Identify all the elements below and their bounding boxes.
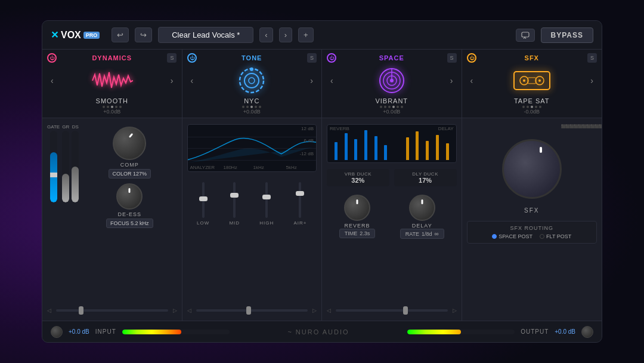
input-meter <box>122 330 230 334</box>
eq-faders: LOW MID HIGH <box>187 178 317 226</box>
air-fader[interactable]: AIR+ <box>293 182 306 226</box>
tone-power-button[interactable]: ⏻ <box>187 53 197 63</box>
nuro-logo: ~ NURO AUDIO <box>287 328 349 336</box>
low-fader[interactable]: LOW <box>197 182 209 226</box>
space-fader-right: ▷ <box>453 307 457 313</box>
dynamics-preset-db: +0.0dB <box>103 109 120 115</box>
output-trim-knob[interactable] <box>581 326 593 338</box>
tone-title: TONE <box>242 54 262 61</box>
comp-knob[interactable] <box>113 127 146 160</box>
delay-knob[interactable] <box>409 195 435 221</box>
de-ess-focus-badge: FOCUS 5.2 kHz <box>106 219 153 228</box>
time-label: TIME <box>345 230 358 236</box>
tone-preset-name: NYC <box>244 97 259 104</box>
routing-flt-post[interactable]: FLT POST <box>540 233 571 239</box>
comp-label: COMP <box>120 162 139 168</box>
sfx-knob-label: SFX <box>467 207 597 214</box>
gr-label: GR <box>62 124 69 130</box>
tone-dot-1 <box>242 106 244 108</box>
reverb-time-badge: TIME 2.3s <box>339 229 376 238</box>
output-db: +0.0 dB <box>555 328 575 335</box>
svg-rect-10 <box>514 72 550 90</box>
space-next-arrow[interactable]: › <box>447 75 457 87</box>
routing-space-post[interactable]: SPACE POST <box>492 233 532 239</box>
high-label: HIGH <box>259 220 274 226</box>
dynamics-power-button[interactable]: ⏻ <box>47 53 57 63</box>
tone-next-arrow[interactable]: › <box>306 75 317 87</box>
sfx-preset-name: TAPE SAT <box>514 97 550 104</box>
space-fader-row: ◁ ▷ <box>327 306 457 315</box>
next-preset-button[interactable]: › <box>279 27 292 42</box>
bypass-button[interactable]: BYPASS <box>541 27 593 43</box>
sfx-section: ⏻ SFX S ‹ › <box>462 50 602 118</box>
header: ✕ VOX PRO ↩ ↪ Clear Lead Vocals * ‹ › + … <box>42 21 602 50</box>
dynamics-fader-left: ◁ <box>47 307 51 313</box>
routing-space-post-label: SPACE POST <box>499 233 532 239</box>
space-preset-db: +0.0dB <box>383 109 400 115</box>
add-preset-button[interactable]: + <box>298 27 314 42</box>
routing-title: SFX ROUTING <box>472 225 592 231</box>
tone-prev-arrow[interactable]: ‹ <box>187 75 197 87</box>
plugin-container: ✕ VOX PRO ↩ ↪ Clear Lead Vocals * ‹ › + … <box>42 20 602 343</box>
space-content-panel: REVERB DELAY VRB <box>322 118 462 321</box>
sfx-s-button[interactable]: S <box>587 53 597 63</box>
space-dot-4 <box>392 106 395 108</box>
sfx-prev-arrow[interactable]: ‹ <box>467 75 477 87</box>
space-s-button[interactable]: S <box>447 53 457 63</box>
tone-s-button[interactable]: S <box>307 53 317 63</box>
comment-button[interactable] <box>516 29 535 42</box>
de-ess-knob[interactable] <box>116 183 143 210</box>
tone-dot-5 <box>259 106 261 108</box>
redo-button[interactable]: ↪ <box>135 27 152 42</box>
dynamics-section: ⏻ DYNAMICS S ‹ › SMOOTH <box>42 50 182 118</box>
freq1-label: 180Hz <box>224 165 237 170</box>
dynamics-dot-2 <box>107 106 109 108</box>
dynamics-s-button[interactable]: S <box>167 53 177 63</box>
dynamics-next-arrow[interactable]: › <box>167 75 177 87</box>
prev-preset-button[interactable]: ‹ <box>259 27 273 42</box>
high-fader[interactable]: HIGH <box>259 182 274 226</box>
space-preset-icon <box>337 65 447 96</box>
tone-section: ⏻ TONE S ‹ › NYC <box>182 50 323 118</box>
dynamics-dot-3 <box>111 106 113 108</box>
dynamics-fader-right: ▷ <box>173 307 177 313</box>
delay-knob-container: DELAY RATE 1/8d ∞ <box>400 195 444 239</box>
space-preset-name: VIBRANT <box>375 97 408 104</box>
tone-dot-4 <box>255 106 257 108</box>
vrb-duck-value: 32% <box>351 177 364 184</box>
freq2-label: 1kHz <box>253 165 264 170</box>
svg-point-2 <box>244 73 259 88</box>
input-meter-fill <box>122 330 181 334</box>
sfx-next-arrow[interactable]: › <box>587 75 597 87</box>
sfx-dot-1 <box>522 106 525 108</box>
sfx-large-knob[interactable] <box>502 139 562 199</box>
dynamics-dot-1 <box>103 106 105 108</box>
tone-fader-right: ▷ <box>312 307 317 313</box>
sfx-power-button[interactable]: ⏻ <box>467 53 476 63</box>
output-meter-fill <box>407 330 461 334</box>
input-trim-knob[interactable] <box>51 326 63 338</box>
mid-fader[interactable]: MID <box>229 182 240 226</box>
comp-color-badge: COLOR 127% <box>109 169 151 179</box>
dynamics-dot-4 <box>115 106 117 108</box>
space-dot-6 <box>401 106 403 108</box>
svg-point-3 <box>249 78 255 84</box>
undo-button[interactable]: ↩ <box>112 27 129 42</box>
dly-duck-value: 17% <box>419 177 432 184</box>
space-title: SPACE <box>379 54 404 61</box>
output-label: OUTPUT <box>521 328 549 335</box>
reverb-knob[interactable] <box>344 195 370 221</box>
tone-fader-left: ◁ <box>187 307 191 313</box>
gr-meter: GR <box>62 124 69 202</box>
dynamics-preset-name: SMOOTH <box>96 97 128 104</box>
footer: +0.0 dB INPUT ~ NURO AUDIO OUTPUT +0.0 d… <box>42 321 602 342</box>
mid-label: MID <box>229 220 240 226</box>
space-power-button[interactable]: ⏻ <box>327 53 336 63</box>
tone-preset-icon <box>197 65 306 96</box>
dynamics-prev-arrow[interactable]: ‹ <box>47 75 57 87</box>
logo: ✕ VOX PRO <box>51 29 100 41</box>
gate-label: GATE <box>47 124 60 130</box>
vrb-duck-control: VRB DUCK 32% <box>327 169 389 186</box>
main-content: GATE GR DS <box>42 118 602 321</box>
space-prev-arrow[interactable]: ‹ <box>327 75 337 87</box>
